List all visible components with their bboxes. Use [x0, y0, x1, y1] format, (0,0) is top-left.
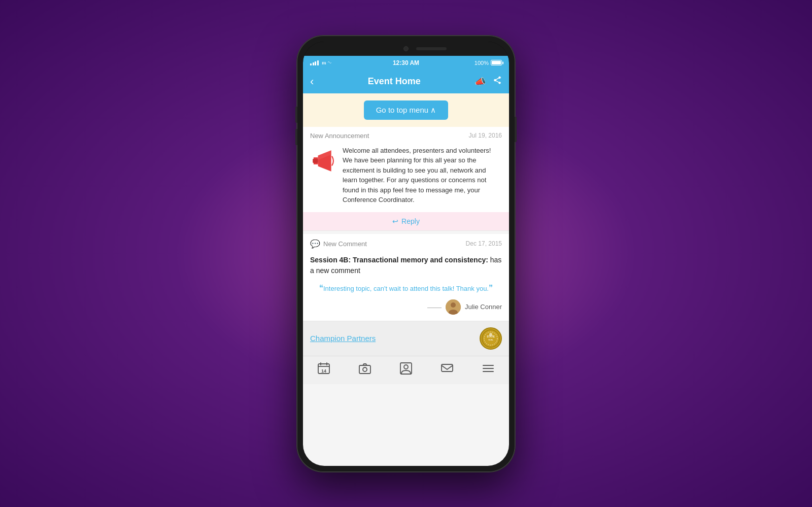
go-to-top-menu-button[interactable]: Go to top menu ∧	[364, 100, 449, 120]
comment-header: 💬 New Comment Dec 17, 2015	[303, 234, 509, 252]
champion-partners-link[interactable]: Champion Partners	[310, 334, 376, 343]
announcement-date: Jul 19, 2016	[469, 132, 502, 139]
tab-profile[interactable]	[394, 359, 418, 381]
earpiece-speaker	[416, 47, 447, 50]
tab-bar: 14	[303, 356, 509, 384]
battery-icon	[491, 60, 502, 65]
top-menu-section: Go to top menu ∧	[303, 93, 509, 127]
author-dash: ——	[427, 303, 442, 311]
nav-action-icons: 📣	[475, 76, 502, 87]
back-button[interactable]: ‹	[310, 75, 314, 88]
announcement-card: New Announcement Jul 19, 2016	[303, 127, 509, 231]
phone-screen: ᵯ ∿ 12:30 AM 100% ‹ Event Home	[303, 42, 509, 466]
hamburger-menu-icon	[482, 362, 495, 378]
comment-bubble-icon: 💬	[310, 239, 320, 249]
comment-author: —— Julie Conner	[303, 297, 509, 321]
share-icon[interactable]	[493, 76, 502, 87]
power-button[interactable]	[515, 117, 517, 142]
camera-icon	[358, 362, 371, 378]
profile-icon	[399, 362, 413, 378]
nav-title: Event Home	[368, 76, 421, 87]
volume-down-button[interactable]	[295, 129, 297, 145]
seal-icon: STATE SEAL	[482, 329, 500, 348]
comment-date: Dec 17, 2015	[466, 240, 502, 247]
tab-menu[interactable]	[477, 359, 500, 381]
announcement-header: New Announcement Jul 19, 2016	[303, 127, 509, 143]
phone-device: ᵯ ∿ 12:30 AM 100% ‹ Event Home	[297, 36, 515, 472]
calendar-icon: 14	[317, 362, 330, 378]
status-right: 100%	[475, 60, 502, 66]
svg-point-21	[404, 365, 408, 369]
announcement-megaphone-icon	[310, 148, 336, 174]
battery-percentage: 100%	[475, 60, 489, 66]
reply-section[interactable]: ↩ Reply	[303, 212, 509, 230]
signal-bar-3	[315, 61, 316, 65]
svg-rect-22	[442, 364, 453, 371]
status-left: ᵯ ∿	[310, 59, 331, 66]
signal-icon	[310, 60, 319, 65]
svg-point-19	[363, 367, 367, 371]
open-quote: “	[319, 284, 323, 292]
reply-button[interactable]: Reply	[401, 217, 420, 225]
champion-partners-section: Champion Partners STATE SEAL	[303, 321, 509, 356]
signal-bar-2	[313, 62, 314, 65]
svg-text:14: 14	[321, 368, 326, 374]
comment-session-text: Session 4B: Transactional memory and con…	[303, 252, 509, 279]
svg-text:SEAL: SEAL	[488, 339, 494, 341]
comment-header-left: 💬 New Comment	[310, 239, 367, 249]
comment-quote-text: “Interesting topic, can't wait to attend…	[303, 279, 509, 297]
svg-rect-18	[359, 365, 370, 374]
phone-notch	[303, 42, 509, 56]
front-camera	[403, 46, 409, 51]
signal-bar-4	[317, 60, 319, 65]
megaphone-nav-icon[interactable]: 📣	[475, 76, 486, 87]
champion-seal-logo: STATE SEAL	[480, 327, 502, 350]
reply-arrow-icon: ↩	[392, 217, 398, 225]
svg-point-12	[489, 333, 492, 336]
author-name: Julie Conner	[465, 303, 502, 311]
comment-title-label: New Comment	[323, 240, 367, 248]
comment-session-bold: Session 4B: Transactional memory and con…	[310, 256, 488, 264]
quote-content: Interesting topic, can't wait to attend …	[323, 285, 489, 292]
svg-rect-4	[313, 158, 318, 163]
announcement-body: Welcome all attendees, presenters and vo…	[303, 143, 509, 212]
signal-bar-1	[310, 63, 312, 65]
wifi-icon: ᵯ ∿	[322, 59, 331, 66]
screen-content: ᵯ ∿ 12:30 AM 100% ‹ Event Home	[303, 56, 509, 466]
battery-fill	[492, 61, 501, 64]
tab-messages[interactable]	[435, 359, 459, 381]
volume-up-button[interactable]	[295, 107, 297, 123]
content-area: Go to top menu ∧ New Announcement Jul 19…	[303, 93, 509, 466]
author-avatar	[446, 299, 461, 315]
announcement-title-label: New Announcement	[310, 132, 369, 140]
announcement-body-text: Welcome all attendees, presenters and vo…	[343, 146, 502, 205]
messages-icon	[441, 362, 454, 378]
tab-camera[interactable]	[353, 359, 377, 381]
tab-calendar[interactable]: 14	[312, 359, 335, 381]
status-bar: ᵯ ∿ 12:30 AM 100%	[303, 56, 509, 70]
comment-card: 💬 New Comment Dec 17, 2015 Session 4B: T…	[303, 234, 509, 321]
navigation-bar: ‹ Event Home 📣	[303, 70, 509, 93]
avatar-image	[446, 299, 461, 315]
close-quote: ”	[489, 284, 493, 292]
status-time: 12:30 AM	[393, 59, 419, 66]
svg-point-6	[451, 302, 456, 308]
